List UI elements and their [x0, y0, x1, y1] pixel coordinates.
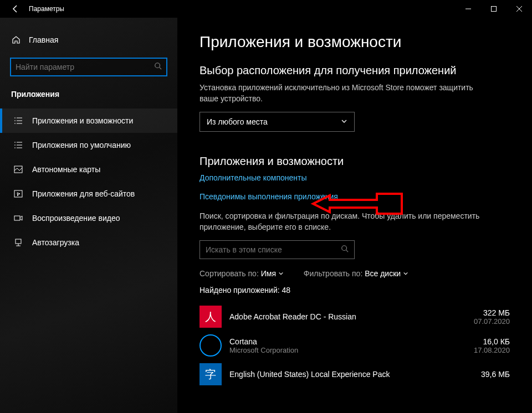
home-link[interactable]: Главная	[0, 29, 177, 51]
nav-item-apps-features[interactable]: Приложения и возможности	[0, 109, 177, 133]
maximize-button[interactable]	[481, 0, 507, 18]
minimize-button[interactable]	[456, 0, 481, 18]
section-title-apps: Приложения и возможности	[200, 155, 515, 168]
nav-label: Автономные карты	[32, 165, 100, 174]
app-date: 17.08.2020	[474, 346, 510, 354]
chevron-down-icon	[278, 269, 284, 278]
window-title: Параметры	[27, 5, 64, 13]
svg-rect-19	[14, 190, 22, 197]
svg-rect-1	[492, 7, 497, 12]
filter-value: Все диски	[365, 269, 401, 278]
app-row[interactable]: CortanaMicrosoft Corporation16,0 КБ17.08…	[200, 331, 510, 360]
home-label: Главная	[29, 35, 58, 44]
close-button[interactable]	[507, 0, 532, 18]
app-icon: 字	[200, 363, 222, 385]
search-input[interactable]	[16, 63, 154, 71]
list-icon	[13, 116, 23, 125]
nav-label: Приложения по умолчанию	[32, 141, 131, 149]
app-name: Adobe Acrobat Reader DC - Russian	[229, 312, 474, 321]
app-list: 人Adobe Acrobat Reader DC - Russian322 МБ…	[200, 302, 515, 389]
search-icon	[341, 245, 349, 255]
app-search-input[interactable]	[206, 245, 341, 254]
titlebar: Параметры	[0, 0, 532, 18]
sort-filter-row: Сортировать по: Имя Фильтровать по: Все …	[200, 269, 515, 278]
svg-line-5	[160, 68, 162, 70]
nav-item-default-apps[interactable]: Приложения по умолчанию	[0, 133, 177, 157]
startup-icon	[13, 238, 23, 247]
nav-label: Приложения и возможности	[32, 116, 133, 125]
optional-features-link[interactable]: Дополнительные компоненты	[200, 173, 515, 182]
app-name: English (United States) Local Experience…	[229, 370, 481, 379]
nav-item-startup[interactable]: Автозагрузка	[0, 230, 177, 255]
nav-item-offline-maps[interactable]: Автономные карты	[0, 157, 177, 182]
nav-label: Воспроизведение видео	[32, 214, 120, 223]
list-desc: Поиск, сортировка и фильтрация по дискам…	[200, 211, 488, 233]
defaults-icon	[13, 141, 23, 149]
section-desc-source: Установка приложений исключительно из Mi…	[200, 82, 488, 104]
nav-item-web-apps[interactable]: Приложения для веб-сайтов	[0, 182, 177, 206]
app-size: 322 МБ	[474, 308, 510, 317]
map-icon	[13, 165, 23, 174]
app-date: 07.07.2020	[474, 317, 510, 326]
svg-point-24	[342, 246, 347, 251]
sidebar: Главная Приложения Приложения и возможно…	[0, 18, 177, 413]
app-publisher: Microsoft Corporation	[229, 346, 474, 354]
filter-control[interactable]: Фильтровать по: Все диски	[304, 269, 408, 278]
app-size: 16,0 КБ	[474, 337, 510, 346]
dropdown-value: Из любого места	[207, 117, 268, 126]
home-icon	[11, 35, 21, 44]
app-icon: 人	[200, 306, 222, 328]
sort-value: Имя	[261, 269, 276, 278]
svg-line-25	[346, 250, 349, 252]
page-title: Приложения и возможности	[200, 33, 515, 51]
install-source-dropdown[interactable]: Из любого места	[200, 112, 355, 132]
chevron-down-icon	[403, 269, 408, 278]
web-icon	[13, 189, 23, 198]
sort-control[interactable]: Сортировать по: Имя	[200, 269, 284, 278]
back-button[interactable]	[4, 0, 27, 18]
app-size: 39,6 МБ	[481, 370, 510, 379]
app-row[interactable]: 字English (United States) Local Experienc…	[200, 360, 510, 389]
execution-aliases-link[interactable]: Псевдонимы выполнения приложения	[200, 192, 515, 201]
app-name: Cortana	[229, 337, 474, 346]
nav-item-video-playback[interactable]: Воспроизведение видео	[0, 206, 177, 230]
svg-rect-21	[16, 239, 21, 244]
app-row[interactable]: 人Adobe Acrobat Reader DC - Russian322 МБ…	[200, 302, 510, 331]
app-icon	[200, 334, 222, 357]
found-count: Найдено приложений: 48	[200, 286, 515, 295]
nav-label: Автозагрузка	[32, 238, 79, 247]
chevron-down-icon	[341, 117, 347, 126]
nav-list: Приложения и возможности Приложения по у…	[0, 109, 177, 255]
video-icon	[13, 214, 23, 223]
filter-label: Фильтровать по:	[304, 269, 362, 278]
search-icon	[154, 62, 162, 72]
section-title-source: Выбор расположения для получения приложе…	[200, 64, 515, 77]
settings-search[interactable]	[10, 58, 167, 76]
app-list-search[interactable]	[200, 240, 355, 259]
nav-label: Приложения для веб-сайтов	[32, 189, 135, 198]
svg-point-4	[155, 63, 160, 68]
sort-label: Сортировать по:	[200, 269, 259, 278]
svg-rect-20	[14, 216, 20, 220]
sidebar-heading: Приложения	[0, 86, 177, 104]
main-content: Приложения и возможности Выбор расположе…	[177, 18, 532, 413]
